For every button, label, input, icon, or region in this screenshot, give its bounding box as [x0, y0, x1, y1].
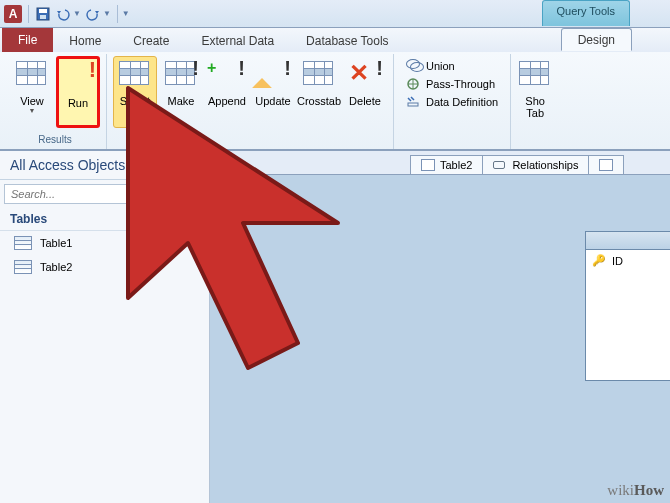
- key-icon: 🔑: [592, 254, 606, 267]
- nav-item-table1[interactable]: Table1: [0, 231, 209, 255]
- view-button[interactable]: View ▼: [10, 56, 54, 128]
- delete-button[interactable]: ✕! Delete: [343, 56, 387, 128]
- doc-tab-table2[interactable]: Table2: [410, 155, 483, 174]
- plus-icon: +: [207, 59, 216, 77]
- tab-database-tools[interactable]: Database Tools: [290, 29, 405, 52]
- exclamation-icon: !: [376, 57, 383, 80]
- crosstab-icon: [303, 61, 333, 85]
- search-input[interactable]: [4, 184, 205, 204]
- tab-create[interactable]: Create: [117, 29, 185, 52]
- ribbon-tabstrip: Query Tools File Home Create External Da…: [0, 28, 670, 52]
- datasheet-icon: [16, 61, 46, 85]
- data-definition-button[interactable]: Data Definition: [404, 94, 500, 110]
- undo-icon[interactable]: [55, 6, 71, 22]
- relationships-icon: [493, 159, 507, 171]
- exclamation-icon: !: [284, 57, 291, 80]
- svg-rect-4: [408, 103, 418, 106]
- globe-icon: [406, 77, 422, 91]
- svg-rect-2: [40, 15, 46, 19]
- redo-icon[interactable]: [85, 6, 101, 22]
- exclamation-icon: !: [238, 57, 245, 80]
- select-button[interactable]: Select: [113, 56, 157, 128]
- document-area: Table2 Relationships 🔑 ID: [210, 151, 670, 503]
- nav-item-table2[interactable]: Table2: [0, 255, 209, 279]
- passthrough-button[interactable]: Pass-Through: [404, 76, 500, 92]
- doc-tab-relationships[interactable]: Relationships: [482, 155, 589, 174]
- query-icon: [599, 159, 613, 171]
- context-tab-label: Query Tools: [542, 0, 631, 26]
- app-icon[interactable]: A: [4, 5, 22, 23]
- redo-dropdown[interactable]: ▼: [103, 9, 111, 18]
- run-button[interactable]: ! Run: [56, 56, 100, 128]
- watermark: wikiHow: [607, 482, 664, 499]
- table-icon: [519, 61, 549, 85]
- make-table-button[interactable]: ! Make: [159, 56, 203, 128]
- table-icon: [119, 61, 149, 85]
- table-icon: [421, 159, 435, 171]
- field-row-id[interactable]: 🔑 ID: [586, 250, 670, 271]
- exclamation-icon: !: [192, 57, 199, 80]
- tab-file[interactable]: File: [2, 28, 53, 52]
- doc-tab-query[interactable]: [588, 155, 624, 174]
- tab-external-data[interactable]: External Data: [185, 29, 290, 52]
- table-icon: [14, 260, 32, 274]
- undo-dropdown[interactable]: ▼: [73, 9, 81, 18]
- table-field-list[interactable]: 🔑 ID: [585, 231, 670, 381]
- tab-design[interactable]: Design: [561, 28, 632, 51]
- union-icon: [406, 59, 422, 73]
- crosstab-button[interactable]: Crosstab: [297, 56, 341, 128]
- nav-header[interactable]: All Access Objects ▼: [0, 151, 209, 180]
- show-table-button[interactable]: Sho Tab: [517, 56, 553, 128]
- exclamation-icon: !: [89, 57, 96, 83]
- navigation-pane: All Access Objects ▼ Tables Table1 Table…: [0, 151, 210, 503]
- x-icon: ✕: [349, 59, 369, 87]
- update-button[interactable]: ! Update: [251, 56, 295, 128]
- union-button[interactable]: Union: [404, 58, 500, 74]
- append-button[interactable]: +! Append: [205, 56, 249, 128]
- table-icon: [165, 61, 195, 85]
- save-icon[interactable]: [35, 6, 51, 22]
- field-list-header: [586, 232, 670, 250]
- svg-rect-1: [39, 9, 47, 13]
- nav-category-tables[interactable]: Tables: [0, 208, 209, 231]
- ribbon: View ▼ ! Run Results Select ! Make +! Ap…: [0, 52, 670, 150]
- chevron-down-icon: ▼: [190, 160, 199, 170]
- qat-customize[interactable]: ▼: [122, 9, 130, 18]
- ruler-icon: [406, 95, 422, 109]
- tab-home[interactable]: Home: [53, 29, 117, 52]
- table-icon: [14, 236, 32, 250]
- chevron-down-icon: ▼: [29, 107, 36, 114]
- group-label-results: Results: [38, 134, 71, 147]
